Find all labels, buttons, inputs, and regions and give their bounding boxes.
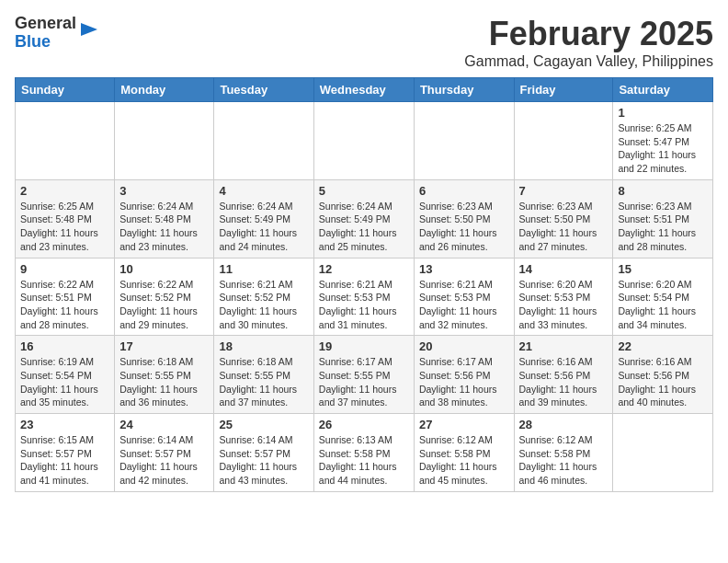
calendar-day-2: 2Sunrise: 6:25 AM Sunset: 5:48 PM Daylig…	[16, 179, 115, 258]
weekday-header-wednesday: Wednesday	[313, 78, 414, 102]
location-title: Gammad, Cagayan Valley, Philippines	[464, 53, 713, 70]
calendar-week-row: 2Sunrise: 6:25 AM Sunset: 5:48 PM Daylig…	[16, 179, 713, 258]
day-number: 6	[419, 184, 509, 198]
month-title: February 2025	[464, 15, 713, 53]
day-info: Sunrise: 6:23 AM Sunset: 5:50 PM Dayligh…	[419, 200, 509, 254]
day-info: Sunrise: 6:25 AM Sunset: 5:47 PM Dayligh…	[618, 121, 708, 176]
calendar-day-28: 28Sunrise: 6:12 AM Sunset: 5:58 PM Dayli…	[514, 414, 613, 492]
calendar-day-27: 27Sunrise: 6:12 AM Sunset: 5:58 PM Dayli…	[414, 414, 514, 492]
calendar-day-13: 13Sunrise: 6:21 AM Sunset: 5:53 PM Dayli…	[414, 258, 514, 336]
day-number: 26	[319, 418, 409, 431]
day-number: 15	[618, 262, 708, 276]
day-info: Sunrise: 6:21 AM Sunset: 5:53 PM Dayligh…	[419, 278, 509, 332]
day-info: Sunrise: 6:21 AM Sunset: 5:53 PM Dayligh…	[319, 278, 409, 332]
day-info: Sunrise: 6:12 AM Sunset: 5:58 PM Dayligh…	[519, 433, 609, 488]
logo-arrow-icon	[79, 19, 99, 40]
empty-cell	[414, 102, 514, 180]
day-info: Sunrise: 6:15 AM Sunset: 5:57 PM Dayligh…	[20, 433, 109, 488]
calendar-day-12: 12Sunrise: 6:21 AM Sunset: 5:53 PM Dayli…	[313, 258, 414, 336]
day-number: 14	[519, 262, 609, 276]
day-number: 12	[319, 262, 409, 276]
day-number: 19	[319, 339, 409, 353]
weekday-header-thursday: Thursday	[414, 78, 514, 102]
page-header: General Blue February 2025 Gammad, Cagay…	[15, 15, 713, 70]
calendar-day-1: 1Sunrise: 6:25 AM Sunset: 5:47 PM Daylig…	[613, 102, 713, 180]
day-info: Sunrise: 6:17 AM Sunset: 5:56 PM Dayligh…	[419, 355, 509, 409]
day-info: Sunrise: 6:24 AM Sunset: 5:49 PM Dayligh…	[319, 200, 409, 254]
day-info: Sunrise: 6:16 AM Sunset: 5:56 PM Dayligh…	[618, 355, 708, 409]
logo-text: General Blue	[15, 15, 76, 52]
day-number: 18	[219, 339, 308, 353]
day-info: Sunrise: 6:20 AM Sunset: 5:54 PM Dayligh…	[618, 278, 708, 332]
calendar-day-23: 23Sunrise: 6:15 AM Sunset: 5:57 PM Dayli…	[16, 414, 115, 492]
calendar-week-row: 1Sunrise: 6:25 AM Sunset: 5:47 PM Daylig…	[16, 102, 713, 180]
calendar-day-14: 14Sunrise: 6:20 AM Sunset: 5:53 PM Dayli…	[514, 258, 613, 336]
day-number: 5	[319, 184, 409, 198]
day-number: 21	[519, 339, 609, 353]
day-number: 16	[20, 339, 109, 353]
empty-cell	[613, 414, 713, 492]
day-number: 24	[119, 418, 209, 431]
day-number: 28	[519, 418, 609, 431]
day-info: Sunrise: 6:22 AM Sunset: 5:51 PM Dayligh…	[20, 278, 109, 332]
calendar-day-25: 25Sunrise: 6:14 AM Sunset: 5:57 PM Dayli…	[214, 414, 313, 492]
logo: General Blue	[15, 15, 99, 52]
calendar-day-8: 8Sunrise: 6:23 AM Sunset: 5:51 PM Daylig…	[613, 179, 713, 258]
calendar-day-7: 7Sunrise: 6:23 AM Sunset: 5:50 PM Daylig…	[514, 179, 613, 258]
day-info: Sunrise: 6:14 AM Sunset: 5:57 PM Dayligh…	[219, 433, 308, 488]
calendar-table: SundayMondayTuesdayWednesdayThursdayFrid…	[15, 77, 713, 492]
day-number: 27	[419, 418, 509, 431]
day-number: 22	[618, 339, 708, 353]
day-info: Sunrise: 6:24 AM Sunset: 5:48 PM Dayligh…	[119, 200, 209, 254]
calendar-week-row: 23Sunrise: 6:15 AM Sunset: 5:57 PM Dayli…	[16, 414, 713, 492]
calendar-day-9: 9Sunrise: 6:22 AM Sunset: 5:51 PM Daylig…	[16, 258, 115, 336]
day-number: 10	[119, 262, 209, 276]
day-info: Sunrise: 6:24 AM Sunset: 5:49 PM Dayligh…	[219, 200, 308, 254]
day-number: 3	[119, 184, 209, 198]
day-info: Sunrise: 6:14 AM Sunset: 5:57 PM Dayligh…	[119, 433, 209, 488]
day-info: Sunrise: 6:25 AM Sunset: 5:48 PM Dayligh…	[20, 200, 109, 254]
empty-cell	[313, 102, 414, 180]
weekday-header-monday: Monday	[115, 78, 214, 102]
day-number: 20	[419, 339, 509, 353]
day-info: Sunrise: 6:13 AM Sunset: 5:58 PM Dayligh…	[319, 433, 409, 488]
calendar-day-18: 18Sunrise: 6:18 AM Sunset: 5:55 PM Dayli…	[214, 336, 313, 414]
day-number: 4	[219, 184, 308, 198]
weekday-header-sunday: Sunday	[16, 78, 115, 102]
calendar-day-19: 19Sunrise: 6:17 AM Sunset: 5:55 PM Dayli…	[313, 336, 414, 414]
day-info: Sunrise: 6:12 AM Sunset: 5:58 PM Dayligh…	[419, 433, 509, 488]
weekday-header-tuesday: Tuesday	[214, 78, 313, 102]
calendar-day-20: 20Sunrise: 6:17 AM Sunset: 5:56 PM Dayli…	[414, 336, 514, 414]
empty-cell	[16, 102, 115, 180]
empty-cell	[214, 102, 313, 180]
day-info: Sunrise: 6:18 AM Sunset: 5:55 PM Dayligh…	[219, 355, 308, 409]
day-info: Sunrise: 6:21 AM Sunset: 5:52 PM Dayligh…	[219, 278, 308, 332]
calendar-day-16: 16Sunrise: 6:19 AM Sunset: 5:54 PM Dayli…	[16, 336, 115, 414]
weekday-header-friday: Friday	[514, 78, 613, 102]
day-number: 13	[419, 262, 509, 276]
empty-cell	[514, 102, 613, 180]
day-number: 7	[519, 184, 609, 198]
calendar-week-row: 16Sunrise: 6:19 AM Sunset: 5:54 PM Dayli…	[16, 336, 713, 414]
calendar-day-5: 5Sunrise: 6:24 AM Sunset: 5:49 PM Daylig…	[313, 179, 414, 258]
day-number: 17	[119, 339, 209, 353]
day-number: 23	[20, 418, 109, 431]
day-info: Sunrise: 6:23 AM Sunset: 5:51 PM Dayligh…	[618, 200, 708, 254]
weekday-header-row: SundayMondayTuesdayWednesdayThursdayFrid…	[16, 78, 713, 102]
day-number: 11	[219, 262, 308, 276]
day-number: 1	[618, 106, 708, 120]
calendar-day-4: 4Sunrise: 6:24 AM Sunset: 5:49 PM Daylig…	[214, 179, 313, 258]
day-number: 8	[618, 184, 708, 198]
calendar-day-11: 11Sunrise: 6:21 AM Sunset: 5:52 PM Dayli…	[214, 258, 313, 336]
calendar-day-22: 22Sunrise: 6:16 AM Sunset: 5:56 PM Dayli…	[613, 336, 713, 414]
day-info: Sunrise: 6:23 AM Sunset: 5:50 PM Dayligh…	[519, 200, 609, 254]
day-info: Sunrise: 6:17 AM Sunset: 5:55 PM Dayligh…	[319, 355, 409, 409]
calendar-day-21: 21Sunrise: 6:16 AM Sunset: 5:56 PM Dayli…	[514, 336, 613, 414]
calendar-day-3: 3Sunrise: 6:24 AM Sunset: 5:48 PM Daylig…	[115, 179, 214, 258]
day-info: Sunrise: 6:22 AM Sunset: 5:52 PM Dayligh…	[119, 278, 209, 332]
calendar-day-24: 24Sunrise: 6:14 AM Sunset: 5:57 PM Dayli…	[115, 414, 214, 492]
day-info: Sunrise: 6:16 AM Sunset: 5:56 PM Dayligh…	[519, 355, 609, 409]
weekday-header-saturday: Saturday	[613, 78, 713, 102]
calendar-day-26: 26Sunrise: 6:13 AM Sunset: 5:58 PM Dayli…	[313, 414, 414, 492]
calendar-day-10: 10Sunrise: 6:22 AM Sunset: 5:52 PM Dayli…	[115, 258, 214, 336]
